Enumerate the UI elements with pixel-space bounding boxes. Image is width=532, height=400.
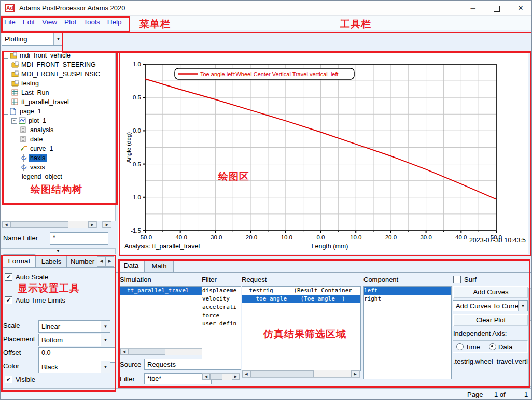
source-value: Requests <box>145 360 202 369</box>
tab-math[interactable]: Math <box>145 260 174 273</box>
svg-text:Analysis: tt_parallel_travel: Analysis: tt_parallel_travel <box>124 242 200 250</box>
svg-text:Angle (deg): Angle (deg) <box>125 132 132 163</box>
menu-bar: FileEditViewPlotToolsHelp <box>1 16 532 30</box>
tree-item-label: plot_1 <box>27 117 48 124</box>
list-item[interactable]: left <box>364 287 451 295</box>
scroll-thumb[interactable] <box>128 349 165 355</box>
tab-number[interactable]: Number <box>67 255 98 268</box>
svg-text:-1.0: -1.0 <box>131 194 141 201</box>
auto-scale-checkbox[interactable]: ✔ Auto Scale <box>5 273 48 281</box>
menu-item-view[interactable]: View <box>38 16 61 28</box>
list-item[interactable]: user defin <box>202 320 241 328</box>
maximize-button[interactable] <box>485 1 509 16</box>
expander-minus-icon[interactable]: − <box>11 118 17 124</box>
visible-label: Visible <box>16 376 35 383</box>
request-list[interactable]: - testrig (Result Container toe_angle (T… <box>242 286 361 371</box>
chevron-down-icon[interactable]: ▼ <box>518 301 527 311</box>
tree-hscroll-extra[interactable]: ▶ <box>102 221 111 228</box>
data-radio[interactable]: Data <box>489 343 512 351</box>
menu-item-help[interactable]: Help <box>104 16 125 28</box>
chevron-down-icon[interactable]: ▼ <box>101 361 110 373</box>
list-item[interactable]: displaceme <box>202 287 241 295</box>
svg-text:0.0: 0.0 <box>133 127 141 134</box>
list-item[interactable]: - testrig (Result Container <box>242 287 360 295</box>
list-item[interactable]: accelerati <box>202 303 241 311</box>
chevron-down-icon[interactable]: ▼ <box>53 33 63 45</box>
list-item[interactable]: force <box>202 311 241 320</box>
add-curves-mode-select[interactable]: Add Curves To Curren ▼ <box>453 300 528 311</box>
plot-area[interactable]: -50.0-40.0-30.0-20.0-10.00.010.020.030.0… <box>118 51 528 254</box>
tree-item-legend_object[interactable]: legend_object <box>1 172 115 181</box>
scroll-thumb[interactable] <box>10 221 68 228</box>
minimize-button[interactable]: ─ <box>461 1 485 16</box>
tree-item-page_1[interactable]: −page_1 <box>1 107 115 116</box>
list-item[interactable]: toe_angle (Toe angle ) <box>242 295 360 303</box>
scroll-thumb[interactable] <box>210 374 222 380</box>
tree-item-mdi_front_vehicle[interactable]: −mdi_front_vehicle <box>1 51 115 60</box>
name-filter-input[interactable]: * <box>50 232 108 245</box>
tree-item-testrig[interactable]: testrig <box>1 79 115 88</box>
component-list[interactable]: leftright <box>363 286 452 379</box>
auto-time-limits-checkbox[interactable]: ✔ Auto Time Limits <box>5 296 65 304</box>
menu-item-edit[interactable]: Edit <box>19 16 38 28</box>
tab-labels[interactable]: Labels <box>36 255 67 268</box>
scroll-left-icon[interactable]: ◀ <box>120 349 128 355</box>
tab-format[interactable]: Format <box>3 254 36 268</box>
tree-item-tt_parallel_travel[interactable]: tt_parallel_travel <box>1 97 115 107</box>
visible-checkbox[interactable]: ✔ Visible <box>5 376 35 383</box>
surf-checkbox[interactable]: Surf <box>453 276 477 283</box>
list-item[interactable]: tt_parallel_travel <box>120 287 213 295</box>
close-button[interactable]: ✕ <box>509 1 532 16</box>
independent-axis-group: Time Data <box>453 340 528 353</box>
scroll-thumb[interactable] <box>529 289 532 321</box>
tree-hscrollbar[interactable]: ◀ ▶ <box>2 221 97 228</box>
list-item[interactable]: right <box>364 295 451 303</box>
tree-item-date[interactable]: date <box>1 135 115 144</box>
mode-select[interactable]: Plotting ▼ <box>2 33 63 46</box>
scroll-left-icon[interactable]: ◀ <box>202 374 210 380</box>
tree-item-mdi_front_steering[interactable]: MDI_FRONT_STEERING <box>1 60 115 69</box>
scroll-right-icon[interactable]: ▶ <box>351 370 359 377</box>
menu-item-file[interactable]: File <box>1 16 19 28</box>
scroll-left-icon[interactable]: ◀ <box>2 221 10 228</box>
tree-item-label: tt_parallel_travel <box>20 98 71 106</box>
scroll-left-icon[interactable]: ◀ <box>242 370 250 377</box>
simulation-hscrollbar[interactable]: ◀ ▶ <box>120 348 212 355</box>
tab-data[interactable]: Data <box>118 259 145 273</box>
tree-item-analysis[interactable]: analysis <box>1 125 115 135</box>
tree-item-label: Last_Run <box>20 89 51 96</box>
menu-item-tools[interactable]: Tools <box>80 16 104 28</box>
expander-minus-icon[interactable]: − <box>3 109 8 115</box>
scroll-right-icon[interactable]: ▶ <box>88 221 96 228</box>
expander-minus-icon[interactable]: − <box>3 53 8 59</box>
add-curves-button[interactable]: Add Curves <box>453 286 528 298</box>
scroll-right-icon[interactable]: ▶ <box>103 221 111 228</box>
scale-select[interactable]: Linear ▼ <box>38 320 110 333</box>
filter-hscrollbar[interactable]: ◀ ▶ <box>202 373 240 380</box>
tree-item-mdi_front_suspensic[interactable]: MDI_FRONT_SUSPENSIC <box>1 69 115 79</box>
simulation-list[interactable]: tt_parallel_travel <box>120 286 213 348</box>
tab-scroll-left[interactable]: ◀ <box>97 256 106 267</box>
tree-item-vaxis[interactable]: vaxis <box>1 163 115 172</box>
scroll-thumb[interactable] <box>250 370 314 377</box>
time-radio-label: Time <box>465 343 480 351</box>
color-select[interactable]: Black ▼ <box>38 361 110 373</box>
model-icon <box>11 61 19 68</box>
clear-plot-button[interactable]: Clear Plot <box>453 314 528 326</box>
menu-item-plot[interactable]: Plot <box>61 16 80 28</box>
chevron-down-icon[interactable]: ▼ <box>101 321 110 332</box>
placement-select[interactable]: Bottom ▼ <box>38 334 110 346</box>
scroll-right-icon[interactable]: ▶ <box>232 374 240 380</box>
time-radio[interactable]: Time <box>456 343 480 351</box>
tree-item-last_run[interactable]: Last_Run <box>1 88 115 97</box>
plot-canvas[interactable]: -50.0-40.0-30.0-20.0-10.00.010.020.030.0… <box>118 51 528 254</box>
list-item[interactable]: velocity <box>202 295 241 303</box>
request-hscrollbar[interactable]: ◀ ▶ <box>242 370 360 378</box>
tree-item-plot_1[interactable]: −plot_1 <box>1 116 115 125</box>
tree-item-haxis[interactable]: haxis <box>1 153 115 163</box>
chevron-down-icon[interactable]: ▼ <box>101 334 110 346</box>
right-vscrollbar[interactable] <box>528 288 532 387</box>
tab-scroll-right[interactable]: ▶ <box>105 256 114 267</box>
tree-item-curve_1[interactable]: curve_1 <box>1 144 115 153</box>
filter-list[interactable]: displacemevelocityacceleratiforceuser de… <box>202 286 241 370</box>
